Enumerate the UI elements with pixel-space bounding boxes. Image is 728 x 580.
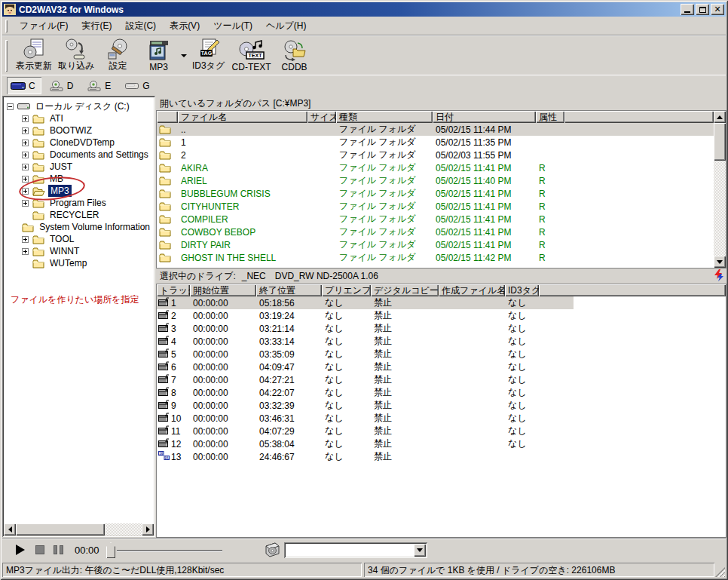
tree-item[interactable]: BOOTWIZ <box>5 124 152 137</box>
scrollbar-thumb[interactable] <box>714 123 726 161</box>
track-row[interactable]: 10 00:00:00 03:46:31 なし 禁止 なし <box>157 412 726 425</box>
maximize-button[interactable] <box>696 4 709 15</box>
tree-expand-toggle[interactable] <box>22 200 29 207</box>
tree-item-label[interactable]: System Volume Information <box>37 221 152 233</box>
mp3-dropdown-button[interactable] <box>179 38 188 74</box>
track-row[interactable]: 5 00:00:00 03:35:09 なし 禁止 なし <box>157 348 726 361</box>
file-column-header[interactable]: 属性 <box>536 111 564 123</box>
file-list-row[interactable]: COWBOY BEBOP ファイル フォルダ 05/02/15 11:41 PM… <box>157 226 714 238</box>
tree-expand-toggle[interactable] <box>22 236 29 243</box>
track-row[interactable]: 4 00:00:00 03:33:14 なし 禁止 なし <box>157 335 726 348</box>
track-row[interactable]: 100113 00:00:00 24:46:67 なし 禁止 <box>157 450 726 463</box>
menu-item[interactable]: ツール(T) <box>206 19 259 32</box>
scrollbar-thumb[interactable] <box>16 523 105 536</box>
tree-item-label[interactable]: JUST <box>47 161 75 173</box>
tree-item-label[interactable]: Program Files <box>47 197 109 209</box>
seek-slider-track[interactable] <box>117 550 222 551</box>
tree-item-label[interactable]: CloneDVDTemp <box>47 137 117 149</box>
tree-item-label[interactable]: WUTemp <box>47 257 89 269</box>
tree-expand-toggle[interactable] <box>22 127 29 134</box>
file-list-row[interactable]: ARIEL ファイル フォルダ 05/02/15 11:40 PM R <box>157 174 714 187</box>
tree-item[interactable]: Program Files <box>5 197 152 209</box>
file-list-row[interactable]: DIRTY PAIR ファイル フォルダ 05/02/15 11:41 PM R <box>157 238 714 251</box>
tree-item[interactable]: System Volume Information <box>5 221 152 233</box>
id3-tag-button[interactable]: TAG ID3タグ <box>188 38 229 74</box>
track-row[interactable]: 3 00:00:00 03:21:14 なし 禁止 なし <box>157 322 726 335</box>
tree-item-label[interactable]: MB <box>47 173 66 185</box>
file-list-row[interactable]: BUBBLEGUM CRISIS ファイル フォルダ 05/02/15 11:4… <box>157 187 714 200</box>
track-column-header[interactable]: 終了位置 <box>256 284 322 296</box>
lightning-icon[interactable] <box>714 269 723 284</box>
toolbar-grip[interactable] <box>5 40 8 72</box>
mp3-button[interactable]: MP3 <box>139 38 179 74</box>
minimize-button[interactable] <box>681 4 694 15</box>
scrollbar-track[interactable] <box>105 523 142 536</box>
seek-slider-thumb[interactable] <box>106 542 115 558</box>
close-button[interactable]: ✕ <box>711 4 724 15</box>
file-list-vertical-scrollbar[interactable] <box>714 111 726 268</box>
tree-horizontal-scrollbar[interactable] <box>4 523 154 536</box>
track-column-header[interactable]: プリエンファシス <box>322 284 371 296</box>
tree-expand-toggle[interactable] <box>7 103 14 110</box>
scroll-up-button[interactable] <box>714 111 726 123</box>
track-combobox[interactable] <box>284 542 427 558</box>
cddb-button[interactable]: CDDB <box>274 38 315 74</box>
tree-item[interactable]: WUTemp <box>5 257 152 269</box>
file-column-header[interactable]: ファイル名 <box>178 111 307 123</box>
menu-item[interactable]: 表示(V) <box>163 19 206 32</box>
stop-button[interactable] <box>35 539 44 561</box>
drive-tab-g[interactable]: G <box>121 77 155 94</box>
cd-text-button[interactable]: TEXT CD-TEXT <box>229 38 274 74</box>
tree-item-label[interactable]: MP3 <box>48 185 72 197</box>
tree-item[interactable]: ATI <box>5 112 152 124</box>
tree-item-label[interactable]: Documents and Settings <box>47 149 151 161</box>
tree-expand-toggle[interactable] <box>22 248 29 255</box>
tree-expand-toggle[interactable] <box>22 115 29 122</box>
play-button[interactable] <box>16 539 25 561</box>
track-column-header[interactable]: 作成ファイル名 <box>439 284 505 296</box>
tree-item-label[interactable]: TOOL <box>47 233 76 245</box>
scroll-down-button[interactable] <box>714 256 726 268</box>
combobox-dropdown-button[interactable] <box>414 544 426 557</box>
tree-item-label[interactable]: ローカル ディスク (C:) <box>33 100 132 114</box>
tree-item-label[interactable]: WINNT <box>47 245 81 257</box>
tree-item-label[interactable]: ATI <box>47 112 66 124</box>
rip-import-button[interactable]: 取り込み <box>55 38 98 74</box>
settings-button[interactable]: 設定 <box>98 38 139 74</box>
menu-item[interactable]: ファイル(F) <box>13 19 75 32</box>
tree-item-label[interactable]: RECYCLER <box>47 209 101 221</box>
track-column-header[interactable]: トラック <box>157 284 190 296</box>
file-column-header[interactable] <box>564 111 714 123</box>
scroll-left-button[interactable] <box>4 523 16 536</box>
tree-item[interactable]: CloneDVDTemp <box>5 137 152 149</box>
track-column-header[interactable]: 開始位置 <box>190 284 256 296</box>
track-column-header[interactable]: ID3タグ <box>505 284 539 296</box>
drive-tab-c[interactable]: C <box>7 77 41 94</box>
track-row[interactable]: 11 00:00:00 04:07:29 なし 禁止 なし <box>157 425 726 437</box>
toolbar-grip[interactable] <box>5 20 8 32</box>
file-list-row[interactable]: COMPILER ファイル フォルダ 05/02/15 11:41 PM R <box>157 213 714 226</box>
track-row[interactable]: 9 00:00:00 03:32:39 なし 禁止 なし <box>157 399 726 412</box>
resize-grip[interactable] <box>715 567 725 577</box>
scrollbar-track[interactable] <box>714 161 726 256</box>
track-row[interactable]: 7 00:00:00 04:27:21 なし 禁止 なし <box>157 373 726 386</box>
file-list-row[interactable]: .. ファイル フォルダ 05/02/15 11:44 PM <box>157 123 714 136</box>
tree-item[interactable]: TOOL <box>5 233 152 245</box>
drive-tab-d[interactable]: D <box>45 77 80 94</box>
tree-item[interactable]: WINNT <box>5 245 152 257</box>
file-column-header[interactable] <box>157 111 178 123</box>
pause-button[interactable] <box>54 539 63 561</box>
track-row[interactable]: 6 00:00:00 04:09:47 なし 禁止 なし <box>157 361 726 373</box>
tree-expand-toggle[interactable] <box>22 188 29 195</box>
file-list-row[interactable]: 2 ファイル フォルダ 05/02/03 11:55 PM <box>157 149 714 161</box>
file-column-header[interactable]: 日付 <box>433 111 536 123</box>
refresh-view-button[interactable]: 表示更新 <box>13 38 55 74</box>
file-column-header[interactable]: 種類 <box>336 111 433 123</box>
tree-expand-toggle[interactable] <box>22 176 29 183</box>
track-row[interactable]: 2 00:00:00 03:19:24 なし 禁止 なし <box>157 309 726 322</box>
file-list-row[interactable]: 1 ファイル フォルダ 05/02/15 11:35 PM <box>157 136 714 149</box>
tree-item[interactable]: Documents and Settings <box>5 149 152 161</box>
file-list-row[interactable]: GHOST IN THE SHELL ファイル フォルダ 05/02/15 11… <box>157 251 714 264</box>
tree-item-label[interactable]: BOOTWIZ <box>47 124 94 137</box>
tree-expand-toggle[interactable] <box>22 164 29 170</box>
